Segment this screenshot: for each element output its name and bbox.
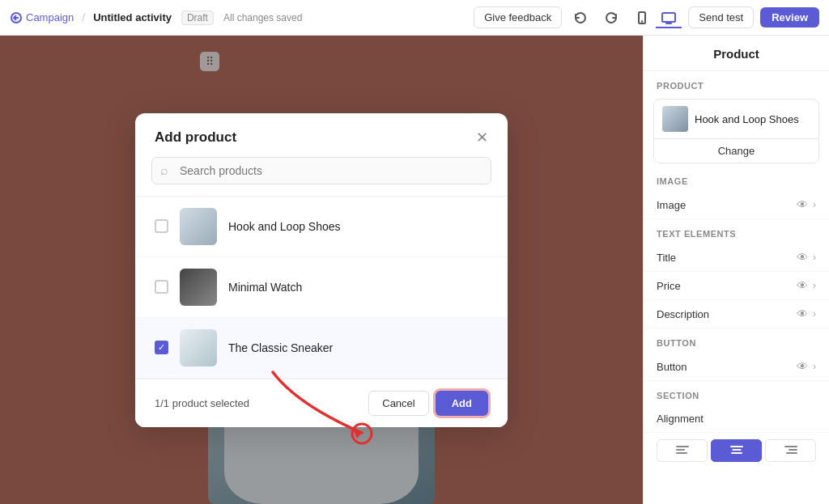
list-item[interactable]: Minimal Watch (135, 257, 508, 318)
title-visibility-icon[interactable]: 👁 (797, 251, 808, 264)
product-name-1: Hook and Loop Shoes (228, 220, 341, 233)
mobile-view-button[interactable] (630, 7, 654, 28)
section-image-label: IMAGE (644, 167, 829, 191)
modal-header: Add product ✕ (135, 113, 508, 157)
modal-title: Add product (155, 129, 236, 146)
product-thumbnail-2 (180, 269, 217, 306)
align-left-button[interactable] (657, 439, 708, 462)
button-chevron-icon[interactable]: › (813, 361, 816, 372)
description-visibility-icon[interactable]: 👁 (797, 307, 808, 320)
right-sidebar: Product PRODUCT Hook and Loop Shoes Chan… (643, 36, 829, 504)
sidebar-title: Product (644, 36, 829, 71)
svg-rect-11 (676, 452, 687, 454)
align-right-button[interactable] (765, 439, 816, 462)
cancel-button[interactable]: Cancel (368, 391, 428, 416)
title-chevron-icon[interactable]: › (813, 252, 816, 263)
search-wrap (135, 157, 508, 196)
svg-rect-13 (732, 449, 741, 451)
svg-point-8 (352, 424, 372, 443)
modal-close-button[interactable]: ✕ (476, 130, 488, 145)
list-item[interactable]: The Classic Sneaker (135, 318, 508, 379)
image-chevron-icon[interactable]: › (813, 199, 816, 210)
send-test-button[interactable]: Send test (688, 6, 754, 28)
svg-rect-15 (784, 446, 797, 447)
search-input[interactable] (151, 157, 491, 184)
selection-count: 1/1 product selected (155, 397, 249, 409)
device-toggle[interactable] (630, 7, 682, 28)
feedback-button[interactable]: Give feedback (474, 6, 562, 28)
price-row: Price 👁 › (644, 272, 829, 300)
product-list: Hook and Loop Shoes Minimal Watch The Cl… (135, 196, 508, 379)
svg-rect-10 (676, 449, 685, 451)
add-button[interactable]: Add (436, 391, 488, 416)
align-center-button[interactable] (711, 439, 762, 462)
section-text-label: TEXT ELEMENTS (644, 219, 829, 244)
modal-footer: 1/1 product selected Cancel Add (135, 379, 508, 427)
undo-button[interactable] (568, 7, 593, 28)
product-card: Hook and Loop Shoes Change (653, 99, 819, 163)
product-checkbox-1[interactable] (155, 219, 168, 233)
product-row: Hook and Loop Shoes (654, 100, 818, 138)
description-chevron-icon[interactable]: › (813, 308, 816, 320)
svg-rect-17 (786, 452, 797, 454)
svg-rect-9 (676, 446, 689, 447)
image-row: Image 👁 › (644, 191, 829, 219)
product-checkbox-2[interactable] (155, 280, 168, 294)
button-visibility-icon[interactable]: 👁 (797, 360, 808, 373)
price-chevron-icon[interactable]: › (813, 280, 816, 291)
redo-button[interactable] (599, 7, 623, 28)
svg-rect-16 (789, 449, 797, 451)
section-section-label: SECTION (644, 381, 829, 405)
image-visibility-icon[interactable]: 👁 (797, 198, 808, 211)
price-visibility-icon[interactable]: 👁 (797, 279, 808, 292)
svg-rect-12 (730, 446, 743, 447)
modal-overlay: Add product ✕ Hook and Loop Shoes (0, 36, 643, 504)
product-name: Hook and Loop Shoes (695, 113, 799, 125)
list-item[interactable]: Hook and Loop Shoes (135, 197, 508, 257)
main-layout: ⠿ Add product ✕ (0, 36, 829, 504)
svg-marker-7 (352, 427, 362, 438)
product-thumb (662, 106, 688, 132)
add-product-modal: Add product ✕ Hook and Loop Shoes (135, 113, 508, 427)
product-name-3: The Classic Sneaker (228, 341, 333, 354)
footer-buttons: Cancel Add (368, 391, 488, 416)
top-navigation: Campaign / Untitled activity Draft All c… (0, 0, 829, 36)
svg-rect-4 (662, 13, 675, 22)
section-product-label: PRODUCT (644, 71, 829, 95)
title-row: Title 👁 › (644, 244, 829, 272)
alignment-row: Alignment (644, 405, 829, 433)
section-button-label: BUTTON (644, 328, 829, 353)
image-row-label: Image (657, 199, 686, 211)
button-row: Button 👁 › (644, 353, 829, 381)
review-button[interactable]: Review (760, 7, 819, 28)
product-thumbnail-3 (180, 329, 217, 366)
search-container (151, 157, 491, 184)
alignment-buttons (644, 433, 829, 468)
description-row: Description 👁 › (644, 300, 829, 328)
canvas-area: ⠿ Add product ✕ (0, 36, 643, 504)
change-button[interactable]: Change (654, 138, 818, 163)
product-name-2: Minimal Watch (228, 281, 302, 294)
desktop-view-button[interactable] (656, 7, 682, 28)
svg-rect-14 (731, 452, 742, 454)
product-checkbox-3[interactable] (155, 341, 168, 354)
product-thumbnail-1 (180, 208, 217, 245)
campaign-link[interactable]: Campaign (10, 11, 74, 24)
